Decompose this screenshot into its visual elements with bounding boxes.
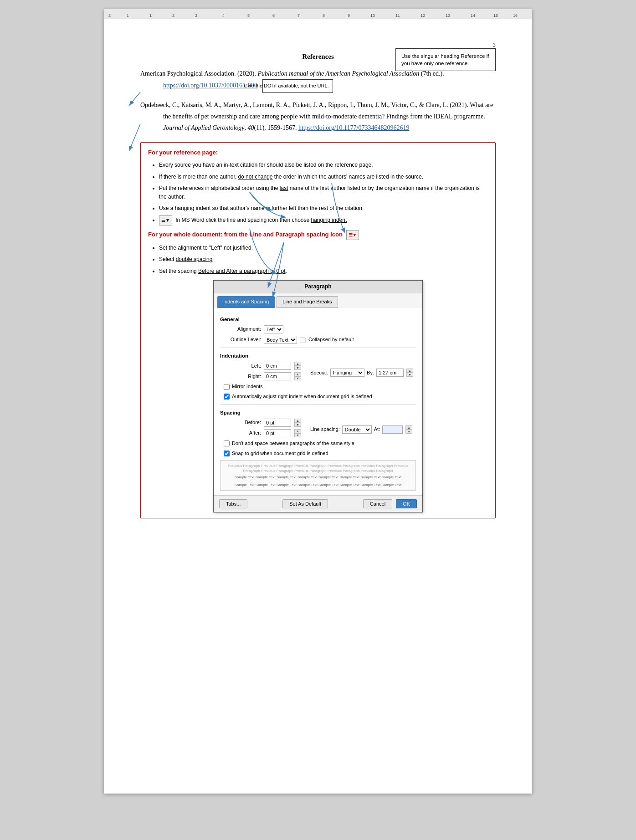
heading-section: References Use the singular heading Refe… [140, 53, 496, 61]
bullet-3: Put the references in alphabetical order… [159, 184, 488, 201]
mirror-row: Mirror Indents [224, 383, 416, 391]
after-stepper[interactable]: ▲▼ [294, 429, 301, 437]
bullet-1: Every source you have an in-text citatio… [159, 161, 488, 169]
auto-adjust-label: Automatically adjust right indent when d… [232, 393, 372, 401]
reference-1: American Psychological Association. (202… [140, 68, 496, 93]
ruler-mark: 10 [370, 13, 375, 18]
outline-label: Outline Level: [220, 336, 261, 344]
page-content: 3 References Use the singular heading Re… [104, 19, 532, 794]
bullet-4: Use a hanging indent so that author's na… [159, 204, 488, 213]
after-input[interactable] [264, 429, 291, 437]
ref1-doi-link[interactable]: https://doi.org/10.1037/0000165-000 [163, 82, 257, 89]
doc-bullet-3: Set the spacing Before and After a parag… [159, 267, 488, 276]
after-label: After: [220, 429, 261, 437]
divider-2 [220, 405, 416, 405]
mirror-label: Mirror Indents [232, 383, 263, 391]
indentation-section: Indentation [220, 352, 416, 360]
right-label: Right: [220, 373, 261, 381]
alignment-select[interactable]: Left [264, 325, 283, 333]
at-stepper[interactable]: ▲▼ [405, 425, 412, 434]
ref2-doi-link[interactable]: https://doi.org/10.1177/0733464820962619 [298, 124, 409, 131]
ruler-mark: 4 [222, 13, 225, 18]
callout-doi: Give the DOI if available, not the URL. [262, 79, 333, 93]
doc-spacing-icon: ☰▼ [346, 231, 361, 238]
spacing-section: Spacing [220, 409, 416, 417]
before-after-fields: Before: ▲▼ After: ▲▼ [220, 419, 301, 440]
ref1-text-before: American Psychological Association. (202… [140, 70, 257, 77]
dont-add-checkbox[interactable] [224, 440, 230, 446]
doc-heading: For your whole document: from the Line a… [148, 230, 488, 240]
ruler: 2 1 1 2 3 4 5 6 7 8 9 10 11 12 13 14 15 … [104, 9, 532, 19]
divider-1 [220, 348, 416, 348]
right-row: Right: ▲▼ [220, 372, 301, 380]
ok-cancel-group: Cancel OK [363, 499, 417, 508]
right-input[interactable] [264, 372, 291, 380]
ruler-mark: 11 [395, 13, 400, 18]
page-wrapper: 2 1 1 2 3 4 5 6 7 8 9 10 11 12 13 14 15 … [104, 9, 532, 794]
left-right-fields: Left: ▲▼ Right: ▲▼ [220, 362, 301, 383]
reference-2: Opdebeeck, C., Katsaris, M. A., Martyr, … [140, 99, 496, 134]
by-label: By: [367, 369, 374, 377]
snap-checkbox[interactable] [224, 451, 230, 456]
line-spacing-select[interactable]: Double [342, 425, 372, 434]
dialog-title: Paragraph [214, 281, 422, 293]
ruler-mark: 1 [127, 13, 129, 18]
left-stepper[interactable]: ▲▼ [294, 362, 301, 370]
before-stepper[interactable]: ▲▼ [294, 419, 301, 427]
outline-select[interactable]: Body Text [264, 336, 297, 344]
ruler-mark: 16 [513, 13, 518, 18]
ruler-mark: 5 [247, 13, 250, 18]
ruler-mark: 6 [272, 13, 275, 18]
set-default-button[interactable]: Set As Default [282, 499, 328, 508]
doc-bullets: Set the alignment to "Left" not justifie… [159, 244, 488, 276]
page-number: 3 [140, 42, 496, 48]
cancel-button[interactable]: Cancel [363, 499, 392, 508]
tabs-button[interactable]: Tabs... [219, 499, 247, 508]
collapsed-checkbox[interactable] [300, 337, 306, 343]
special-select[interactable]: Hanging [330, 369, 364, 377]
ruler-mark: 3 [195, 13, 197, 18]
ruler-marks: 2 1 1 2 3 4 5 6 7 8 9 10 11 12 13 14 15 … [104, 9, 532, 19]
line-spacing-label: Line spacing: [310, 425, 340, 434]
general-section: General [220, 315, 416, 323]
alignment-label: Alignment: [220, 325, 261, 333]
at-label: At: [374, 425, 380, 434]
ok-button[interactable]: OK [396, 499, 417, 508]
tab-indents-spacing[interactable]: Indents and Spacing [217, 296, 275, 308]
ruler-mark: 1 [149, 13, 152, 18]
doc-bullet-2: Select double spacing [159, 255, 488, 264]
preview-line-3: Sample Text Sample Text Sample Text Samp… [224, 482, 412, 487]
preview-line-1: Previous Paragraph Previous Paragraph Pr… [224, 463, 412, 473]
bullet-2: If there is more than one author, do not… [159, 173, 488, 181]
tab-line-breaks[interactable]: Line and Page Breaks [277, 296, 338, 308]
by-input[interactable] [376, 369, 404, 377]
auto-adjust-checkbox[interactable] [224, 394, 230, 400]
ruler-mark: 14 [471, 13, 475, 18]
dialog-tabs: Indents and Spacing Line and Page Breaks [214, 293, 422, 308]
at-input[interactable] [382, 425, 403, 434]
outline-row: Outline Level: Body Text Collapsed by de… [220, 336, 416, 344]
paragraph-dialog: Paragraph Indents and Spacing Line and P… [213, 280, 423, 512]
ref1-text-after: (7th ed.). [419, 70, 444, 77]
line-spacing-fields: Line spacing: Double At: ▲▼ [310, 420, 412, 440]
right-stepper[interactable]: ▲▼ [294, 372, 301, 380]
snap-row: Snap to grid when document grid is defin… [224, 450, 416, 458]
collapsed-label: Collapsed by default [308, 336, 354, 344]
ruler-mark: 7 [297, 13, 300, 18]
spacing-icon: ☰▼ [159, 215, 172, 225]
dont-add-label: Don't add space between paragraphs of th… [232, 440, 354, 448]
ruler-mark: 2 [172, 13, 174, 18]
ref1-italic: Publication manual of the American Psych… [257, 70, 419, 77]
special-fields: Special: Hanging By: ▲▼ [310, 363, 413, 383]
by-stepper[interactable]: ▲▼ [406, 369, 413, 377]
bullet-5: ☰▼ In MS Word click the line and spacing… [159, 215, 488, 225]
auto-adjust-row: Automatically adjust right indent when d… [224, 393, 416, 401]
ref-page-heading: For your reference page: [148, 148, 488, 158]
before-input[interactable] [264, 419, 291, 427]
ruler-mark: 8 [323, 13, 325, 18]
mirror-checkbox[interactable] [224, 384, 230, 390]
annotation-box: For your reference page: Every source yo… [140, 142, 496, 518]
preview-line-2: Sample Text Sample Text Sample Text Samp… [224, 475, 412, 480]
left-input[interactable] [264, 362, 291, 370]
dialog-footer: Tabs... Set As Default Cancel OK [214, 495, 422, 512]
